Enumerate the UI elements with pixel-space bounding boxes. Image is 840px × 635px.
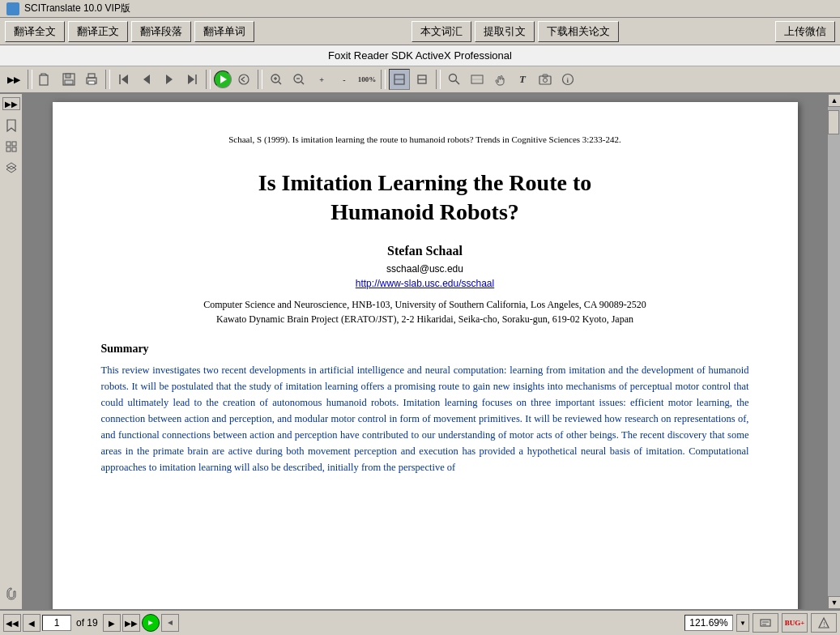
scroll-track[interactable] bbox=[828, 107, 840, 596]
status-right: ▼ BUG+ ! bbox=[684, 613, 837, 633]
go-button[interactable] bbox=[214, 70, 232, 88]
top-toolbar: 翻译全文 翻译正文 翻译段落 翻译单词 本文词汇 提取引文 下载相关论文 上传微… bbox=[0, 18, 840, 45]
svg-line-21 bbox=[301, 82, 304, 84]
last-page-nav-button[interactable]: ▶▶ bbox=[122, 614, 140, 632]
pdf-toolbar: ▶▶ + - 100% bbox=[0, 66, 840, 94]
toolbar-separator-1 bbox=[28, 70, 32, 89]
svg-marker-9 bbox=[143, 75, 150, 84]
translate-para-button[interactable]: 翻译段落 bbox=[131, 21, 191, 42]
svg-point-14 bbox=[239, 75, 249, 84]
go-nav-button[interactable] bbox=[142, 614, 160, 632]
paper-title: Is Imitation Learning the Route toHumano… bbox=[101, 168, 749, 228]
svg-rect-0 bbox=[40, 75, 48, 85]
svg-rect-35 bbox=[6, 142, 11, 146]
translate-word-button[interactable]: 翻译单词 bbox=[194, 21, 254, 42]
svg-rect-3 bbox=[65, 80, 73, 84]
svg-rect-43 bbox=[761, 620, 770, 626]
citation-text: Schaal, S (1999). Is imitation learning … bbox=[101, 134, 749, 144]
prev-page-button[interactable] bbox=[136, 69, 157, 90]
download-related-button[interactable]: 下载相关论文 bbox=[538, 21, 619, 42]
pdf-page: Schaal, S (1999). Is imitation learning … bbox=[53, 102, 798, 609]
prev-page-nav-button[interactable]: ◀ bbox=[23, 614, 41, 632]
sidebar-bookmark-button[interactable] bbox=[2, 117, 20, 134]
sidebar-toggle-button[interactable]: ▶▶ bbox=[3, 69, 24, 90]
svg-marker-42 bbox=[168, 620, 173, 625]
last-page-button[interactable] bbox=[181, 69, 203, 90]
snapshot-button[interactable] bbox=[535, 69, 556, 90]
foxit-label: Foxit Reader SDK ActiveX Professional bbox=[328, 49, 512, 62]
svg-rect-6 bbox=[88, 81, 95, 84]
main-area: ▶▶ Schaal, S (1999). Is imitation learni… bbox=[0, 94, 840, 609]
svg-marker-12 bbox=[188, 75, 194, 84]
author-email: sschaal@usc.edu bbox=[101, 263, 749, 275]
svg-line-18 bbox=[279, 82, 281, 84]
svg-line-27 bbox=[456, 81, 460, 85]
next-page-button[interactable] bbox=[159, 69, 180, 90]
toolbar-separator-6 bbox=[436, 70, 441, 89]
svg-rect-38 bbox=[12, 147, 16, 151]
fit-page-button[interactable] bbox=[389, 69, 410, 90]
print-button[interactable] bbox=[81, 69, 102, 90]
summary-title: Summary bbox=[101, 343, 749, 356]
author-name: Stefan Schaal bbox=[101, 244, 749, 258]
author-link[interactable]: http://www-slab.usc.edu/sschaal bbox=[101, 278, 749, 289]
zoom-out-button[interactable] bbox=[288, 69, 309, 90]
open-button[interactable] bbox=[36, 69, 57, 90]
toolbar-separator-5 bbox=[381, 70, 386, 89]
zoom-input[interactable] bbox=[684, 615, 733, 631]
scroll-up-button[interactable]: ▲ bbox=[828, 94, 840, 107]
svg-point-31 bbox=[544, 79, 548, 83]
page-of-label: of 19 bbox=[76, 617, 98, 629]
svg-marker-10 bbox=[166, 75, 173, 84]
select-button[interactable] bbox=[467, 69, 488, 90]
svg-rect-2 bbox=[66, 74, 70, 78]
translate-all-button[interactable]: 翻译全文 bbox=[5, 21, 65, 42]
translate-body-button[interactable]: 翻译正文 bbox=[68, 21, 128, 42]
find-button[interactable] bbox=[444, 69, 465, 90]
sidebar-thumbnail-button[interactable] bbox=[2, 138, 20, 156]
upload-wechat-button[interactable]: 上传微信 bbox=[775, 21, 835, 42]
zoom-dropdown-button[interactable]: ▼ bbox=[736, 614, 749, 632]
hand-tool-button[interactable] bbox=[489, 69, 510, 90]
right-scrollbar[interactable]: ▲ ▼ bbox=[827, 94, 840, 609]
scroll-thumb[interactable] bbox=[828, 110, 839, 134]
pdf-viewer[interactable]: Schaal, S (1999). Is imitation learning … bbox=[23, 94, 827, 609]
fit-width-button[interactable] bbox=[411, 69, 433, 90]
text-select-button[interactable]: T bbox=[512, 69, 533, 90]
first-page-button[interactable] bbox=[113, 69, 134, 90]
actual-size-button[interactable]: 100% bbox=[356, 69, 377, 90]
scroll-down-button[interactable]: ▼ bbox=[828, 596, 840, 609]
status-icon-2[interactable]: BUG+ bbox=[782, 613, 808, 633]
back-button[interactable] bbox=[233, 69, 254, 90]
zoom-from-button[interactable]: - bbox=[334, 69, 355, 90]
info-button[interactable]: i bbox=[557, 69, 578, 90]
svg-rect-37 bbox=[6, 147, 11, 151]
next-page-nav-button[interactable]: ▶ bbox=[103, 614, 121, 632]
first-page-nav-button[interactable]: ◀◀ bbox=[3, 614, 21, 632]
sidebar-expand-button[interactable]: ▶▶ bbox=[2, 97, 20, 110]
page-number-input[interactable] bbox=[42, 615, 71, 631]
toolbar-separator-3 bbox=[206, 70, 211, 89]
status-icon-3[interactable]: ! bbox=[811, 613, 837, 633]
zoom-to-button[interactable]: + bbox=[311, 69, 332, 90]
sidebar-layers-button[interactable] bbox=[2, 159, 20, 177]
save-button[interactable] bbox=[58, 69, 79, 90]
status-icon-1[interactable] bbox=[753, 613, 778, 633]
vocab-button[interactable]: 本文词汇 bbox=[411, 21, 471, 42]
affiliation: Computer Science and Neuroscience, HNB-1… bbox=[101, 297, 749, 326]
svg-text:i: i bbox=[567, 76, 569, 84]
status-bar: ◀◀ ◀ of 19 ▶ ▶▶ ▼ BUG+ ! bbox=[0, 609, 840, 635]
svg-point-26 bbox=[450, 75, 457, 82]
app-title: SCITranslate 10.0 VIP版 bbox=[24, 2, 130, 15]
zoom-in-button[interactable] bbox=[266, 69, 287, 90]
app-icon bbox=[6, 2, 19, 15]
extract-cite-button[interactable]: 提取引文 bbox=[475, 21, 535, 42]
sidebar-attachment-button[interactable] bbox=[2, 585, 20, 603]
svg-marker-8 bbox=[122, 75, 128, 84]
back-nav-button[interactable] bbox=[161, 614, 179, 632]
toolbar-separator-4 bbox=[258, 70, 262, 89]
svg-rect-36 bbox=[12, 142, 16, 146]
svg-marker-13 bbox=[220, 75, 227, 83]
summary-text: This review investigates two recent deve… bbox=[101, 362, 749, 475]
foxit-header: Foxit Reader SDK ActiveX Professional bbox=[0, 45, 840, 66]
